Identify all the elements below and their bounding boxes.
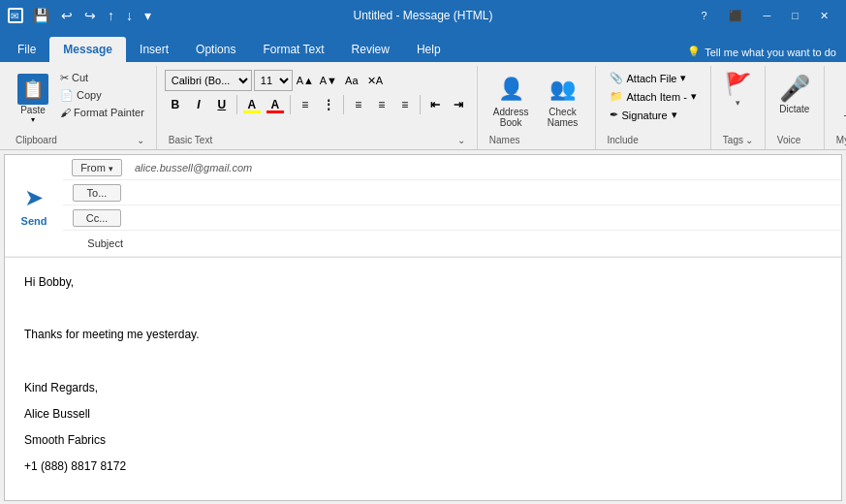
basic-text-dialog-launcher[interactable]: ⌄ [457, 135, 465, 145]
signature-label: Signature [622, 110, 668, 121]
tab-file[interactable]: File [4, 37, 49, 62]
from-field-row: From ▾ alice.bussell@gmail.com [63, 155, 841, 180]
numbering-button[interactable]: ⋮ [318, 94, 339, 115]
from-label: From [80, 162, 106, 173]
redo-button[interactable]: ↪ [80, 6, 100, 25]
body-name: Alice Bussell [24, 405, 822, 424]
customize-button[interactable]: ▾ [141, 6, 155, 25]
address-book-button[interactable]: 👤 AddressBook [486, 70, 537, 132]
maximize-button[interactable]: □ [782, 6, 808, 25]
cut-button[interactable]: ✂ Cut [56, 70, 148, 86]
ribbon-display-button[interactable]: ⬛ [719, 6, 752, 26]
clipboard-small-buttons: ✂ Cut 📄 Copy 🖌 Format Painter [56, 70, 148, 120]
increase-indent-button[interactable]: ⇥ [448, 94, 469, 115]
flag-button[interactable]: 🚩 ▾ [719, 70, 757, 110]
body-greeting: Hi Bobby, [24, 273, 822, 292]
tags-group-label: Tags ⌄ [719, 132, 757, 149]
italic-button[interactable]: I [188, 94, 209, 115]
ribbon-tabs: File Message Insert Options Format Text … [0, 31, 846, 62]
my-templates-group: ⚡ ViewTemplates My Templates [825, 66, 846, 149]
names-content: 👤 AddressBook 👥 CheckNames [486, 66, 587, 132]
underline-button[interactable]: U [211, 94, 233, 115]
help-button[interactable]: ? [691, 6, 716, 25]
from-button[interactable]: From ▾ [72, 159, 122, 176]
attach-item-dropdown: ▾ [691, 90, 697, 103]
include-group-label: Include [604, 132, 703, 149]
align-right-button[interactable]: ≡ [394, 94, 416, 115]
tab-review[interactable]: Review [338, 37, 403, 62]
attach-file-button[interactable]: 📎 Attach File ▾ [604, 70, 693, 86]
check-names-button[interactable]: 👥 CheckNames [539, 70, 587, 132]
next-button[interactable]: ↓ [122, 6, 137, 25]
body-regards: Kind Regards, [24, 379, 822, 397]
decrease-font-size-button[interactable]: A▼ [318, 70, 339, 91]
to-button[interactable]: To... [73, 184, 121, 202]
to-btn-container: To... [63, 184, 131, 202]
font-color-button[interactable]: A [265, 94, 286, 115]
dictate-icon: 🎤 [779, 74, 810, 104]
bullets-button[interactable]: ≡ [295, 94, 316, 115]
flag-dropdown-arrow: ▾ [736, 98, 740, 108]
include-group: 📎 Attach File ▾ 📁 Attach Item - ▾ ✒ Sign… [596, 66, 711, 149]
cc-input[interactable] [131, 209, 841, 227]
signature-button[interactable]: ✒ Signature ▾ [604, 107, 683, 123]
body-line-blank1 [24, 299, 822, 318]
bold-button[interactable]: B [165, 94, 186, 115]
body-line-blank2 [24, 353, 822, 371]
paste-label: Paste [20, 105, 46, 115]
subject-field-row: Subject [63, 231, 841, 256]
tab-format-text[interactable]: Format Text [249, 37, 337, 62]
align-left-button[interactable]: ≡ [348, 94, 369, 115]
prev-button[interactable]: ↑ [104, 6, 118, 25]
save-button[interactable]: 💾 [29, 6, 53, 25]
tell-me-area[interactable]: 💡 Tell me what you want to do [677, 42, 846, 62]
tab-insert[interactable]: Insert [126, 37, 182, 62]
names-group-label: Names [486, 132, 587, 149]
svg-text:✉: ✉ [11, 11, 18, 21]
tags-dialog-launcher[interactable]: ⌄ [745, 135, 753, 145]
clipboard-group-label: Clipboard ⌄ [12, 132, 148, 149]
subject-input[interactable] [131, 235, 841, 252]
to-input[interactable] [131, 184, 841, 202]
send-label: Send [21, 215, 47, 227]
attach-file-label: Attach File [627, 73, 677, 84]
align-center-button[interactable]: ≡ [371, 94, 392, 115]
paste-button[interactable]: 📋 Paste ▾ [12, 70, 54, 128]
format-painter-button[interactable]: 🖌 Format Painter [56, 105, 148, 120]
tab-options[interactable]: Options [182, 37, 249, 62]
cc-btn-container: Cc... [63, 209, 131, 227]
tab-help[interactable]: Help [403, 37, 454, 62]
from-row: ➤ Send From ▾ alice.bussell@gmail.com [5, 155, 841, 257]
ribbon: 📋 Paste ▾ ✂ Cut 📄 Copy 🖌 Format Painter … [0, 62, 846, 150]
title-bar-left: ✉ 💾 ↩ ↪ ↑ ↓ ▾ [8, 6, 155, 25]
tab-message[interactable]: Message [49, 37, 126, 62]
undo-button[interactable]: ↩ [57, 6, 77, 25]
minimize-button[interactable]: ─ [754, 6, 781, 25]
basic-text-group: Calibri (Bo... 11 A▲ A▼ Aa ✕A B I U A [157, 66, 478, 149]
view-templates-button[interactable]: ⚡ ViewTemplates [838, 70, 846, 129]
close-button[interactable]: ✕ [810, 6, 838, 26]
decrease-indent-button[interactable]: ⇤ [424, 94, 446, 115]
include-content: 📎 Attach File ▾ 📁 Attach Item - ▾ ✒ Sign… [604, 66, 703, 132]
tell-me-text: Tell me what you want to do [705, 47, 836, 58]
main-container: ➤ Send From ▾ alice.bussell@gmail.com [0, 150, 846, 499]
increase-font-size-button[interactable]: A▲ [295, 70, 316, 91]
change-case-button[interactable]: Aa [341, 70, 362, 91]
clear-formatting-button[interactable]: ✕A [364, 70, 386, 91]
dictate-button[interactable]: 🎤 Dictate [773, 70, 816, 118]
font-row: Calibri (Bo... 11 A▲ A▼ Aa ✕A [165, 70, 386, 91]
separator3 [420, 95, 421, 114]
highlight-button[interactable]: A [241, 94, 263, 115]
title-bar: ✉ 💾 ↩ ↪ ↑ ↓ ▾ Untitled - Message (HTML) … [0, 0, 846, 31]
signature-icon: ✒ [610, 109, 618, 121]
clipboard-content: 📋 Paste ▾ ✂ Cut 📄 Copy 🖌 Format Painter [12, 66, 148, 132]
clipboard-dialog-launcher[interactable]: ⌄ [137, 135, 144, 145]
email-body[interactable]: Hi Bobby, Thanks for meeting me yesterda… [5, 258, 841, 500]
attach-item-button[interactable]: 📁 Attach Item - ▾ [604, 88, 703, 105]
copy-button[interactable]: 📄 Copy [56, 87, 148, 104]
font-size-select[interactable]: 11 [254, 70, 293, 91]
font-family-select[interactable]: Calibri (Bo... [165, 70, 252, 91]
templates-content: ⚡ ViewTemplates [838, 66, 846, 132]
dictate-label: Dictate [779, 104, 809, 114]
cc-button[interactable]: Cc... [73, 209, 121, 227]
